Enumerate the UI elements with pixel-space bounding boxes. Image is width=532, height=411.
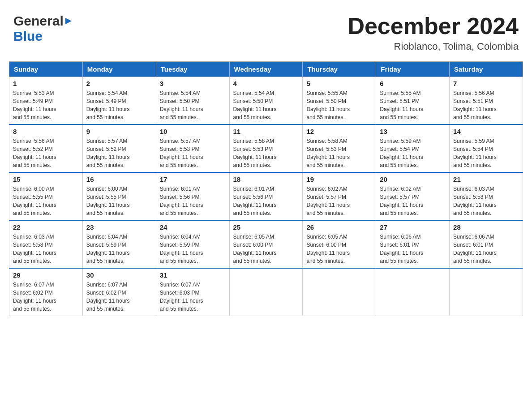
- day-number: 1: [13, 80, 79, 87]
- calendar-cell: [450, 268, 523, 316]
- calendar-cell: 28 Sunrise: 6:06 AM Sunset: 6:01 PM Dayl…: [450, 220, 523, 268]
- calendar-cell: 2 Sunrise: 5:54 AM Sunset: 5:49 PM Dayli…: [82, 77, 156, 125]
- day-info: Sunrise: 6:03 AM Sunset: 5:58 PM Dayligh…: [453, 185, 519, 217]
- calendar-week-2: 8 Sunrise: 5:56 AM Sunset: 5:52 PM Dayli…: [9, 124, 523, 172]
- calendar-cell: 27 Sunrise: 6:06 AM Sunset: 6:01 PM Dayl…: [376, 220, 450, 268]
- day-number: 5: [306, 80, 372, 87]
- day-number: 3: [160, 80, 226, 87]
- calendar-cell: 25 Sunrise: 6:05 AM Sunset: 6:00 PM Dayl…: [229, 220, 303, 268]
- header-wednesday: Wednesday: [229, 62, 303, 77]
- day-info: Sunrise: 5:59 AM Sunset: 5:54 PM Dayligh…: [453, 137, 519, 169]
- day-number: 14: [453, 128, 519, 135]
- day-number: 24: [160, 223, 226, 231]
- calendar-cell: 26 Sunrise: 6:05 AM Sunset: 6:00 PM Dayl…: [303, 220, 376, 268]
- day-number: 20: [380, 176, 446, 183]
- day-info: Sunrise: 6:00 AM Sunset: 5:55 PM Dayligh…: [86, 185, 152, 217]
- day-number: 4: [233, 80, 299, 87]
- calendar-cell: 16 Sunrise: 6:00 AM Sunset: 5:55 PM Dayl…: [82, 172, 156, 220]
- day-info: Sunrise: 6:05 AM Sunset: 6:00 PM Dayligh…: [233, 233, 299, 265]
- calendar-cell: 18 Sunrise: 6:01 AM Sunset: 5:56 PM Dayl…: [229, 172, 303, 220]
- calendar-cell: 1 Sunrise: 5:53 AM Sunset: 5:49 PM Dayli…: [9, 77, 83, 125]
- day-number: 15: [13, 176, 79, 183]
- day-info: Sunrise: 5:59 AM Sunset: 5:54 PM Dayligh…: [380, 137, 446, 169]
- logo: General Blue: [13, 13, 73, 44]
- calendar-cell: 24 Sunrise: 6:04 AM Sunset: 5:59 PM Dayl…: [156, 220, 229, 268]
- day-info: Sunrise: 6:00 AM Sunset: 5:55 PM Dayligh…: [13, 185, 79, 217]
- calendar-cell: 6 Sunrise: 5:55 AM Sunset: 5:51 PM Dayli…: [376, 77, 450, 125]
- day-number: 23: [86, 223, 152, 231]
- day-number: 18: [233, 176, 299, 183]
- calendar-cell: 7 Sunrise: 5:56 AM Sunset: 5:51 PM Dayli…: [450, 77, 523, 125]
- day-info: Sunrise: 6:01 AM Sunset: 5:56 PM Dayligh…: [233, 185, 299, 217]
- day-info: Sunrise: 6:04 AM Sunset: 5:59 PM Dayligh…: [86, 233, 152, 265]
- day-info: Sunrise: 5:57 AM Sunset: 5:53 PM Dayligh…: [160, 137, 226, 169]
- header-friday: Friday: [376, 62, 450, 77]
- day-info: Sunrise: 6:07 AM Sunset: 6:03 PM Dayligh…: [160, 281, 226, 313]
- day-info: Sunrise: 6:06 AM Sunset: 6:01 PM Dayligh…: [453, 233, 519, 265]
- day-info: Sunrise: 6:04 AM Sunset: 5:59 PM Dayligh…: [160, 233, 226, 265]
- calendar-cell: 23 Sunrise: 6:04 AM Sunset: 5:59 PM Dayl…: [82, 220, 156, 268]
- day-info: Sunrise: 5:54 AM Sunset: 5:49 PM Dayligh…: [86, 89, 152, 121]
- day-number: 6: [380, 80, 446, 87]
- calendar-cell: 20 Sunrise: 6:02 AM Sunset: 5:57 PM Dayl…: [376, 172, 450, 220]
- page-header: General Blue December 2024 Rioblanco, To…: [9, 9, 523, 52]
- day-number: 26: [306, 223, 372, 231]
- calendar-cell: 11 Sunrise: 5:58 AM Sunset: 5:53 PM Dayl…: [229, 124, 303, 172]
- day-info: Sunrise: 5:55 AM Sunset: 5:51 PM Dayligh…: [380, 89, 446, 121]
- calendar-table: Sunday Monday Tuesday Wednesday Thursday…: [9, 61, 523, 316]
- calendar-title: December 2024: [348, 13, 519, 39]
- day-number: 11: [233, 128, 299, 135]
- calendar-cell: 3 Sunrise: 5:54 AM Sunset: 5:50 PM Dayli…: [156, 77, 229, 125]
- calendar-cell: 13 Sunrise: 5:59 AM Sunset: 5:54 PM Dayl…: [376, 124, 450, 172]
- calendar-cell: 22 Sunrise: 6:03 AM Sunset: 5:58 PM Dayl…: [9, 220, 83, 268]
- day-info: Sunrise: 5:56 AM Sunset: 5:52 PM Dayligh…: [13, 137, 79, 169]
- day-info: Sunrise: 5:54 AM Sunset: 5:50 PM Dayligh…: [233, 89, 299, 121]
- day-info: Sunrise: 5:58 AM Sunset: 5:53 PM Dayligh…: [306, 137, 372, 169]
- day-number: 29: [13, 271, 79, 279]
- day-info: Sunrise: 6:03 AM Sunset: 5:58 PM Dayligh…: [13, 233, 79, 265]
- calendar-cell: 21 Sunrise: 6:03 AM Sunset: 5:58 PM Dayl…: [450, 172, 523, 220]
- header-monday: Monday: [82, 62, 156, 77]
- calendar-cell: 30 Sunrise: 6:07 AM Sunset: 6:02 PM Dayl…: [82, 268, 156, 316]
- calendar-cell: 9 Sunrise: 5:57 AM Sunset: 5:52 PM Dayli…: [82, 124, 156, 172]
- day-number: 27: [380, 223, 446, 231]
- day-number: 31: [160, 271, 226, 279]
- calendar-cell: 29 Sunrise: 6:07 AM Sunset: 6:02 PM Dayl…: [9, 268, 83, 316]
- day-info: Sunrise: 5:57 AM Sunset: 5:52 PM Dayligh…: [86, 137, 152, 169]
- calendar-cell: 17 Sunrise: 6:01 AM Sunset: 5:56 PM Dayl…: [156, 172, 229, 220]
- day-number: 25: [233, 223, 299, 231]
- day-info: Sunrise: 6:06 AM Sunset: 6:01 PM Dayligh…: [380, 233, 446, 265]
- calendar-cell: 10 Sunrise: 5:57 AM Sunset: 5:53 PM Dayl…: [156, 124, 229, 172]
- svg-marker-0: [65, 18, 72, 24]
- day-info: Sunrise: 6:02 AM Sunset: 5:57 PM Dayligh…: [306, 185, 372, 217]
- calendar-cell: [303, 268, 376, 316]
- calendar-location: Rioblanco, Tolima, Colombia: [348, 41, 519, 52]
- day-info: Sunrise: 6:05 AM Sunset: 6:00 PM Dayligh…: [306, 233, 372, 265]
- logo-blue-text: Blue: [13, 29, 43, 43]
- calendar-cell: 5 Sunrise: 5:55 AM Sunset: 5:50 PM Dayli…: [303, 77, 376, 125]
- calendar-cell: 8 Sunrise: 5:56 AM Sunset: 5:52 PM Dayli…: [9, 124, 83, 172]
- header-saturday: Saturday: [450, 62, 523, 77]
- day-number: 7: [453, 80, 519, 87]
- day-info: Sunrise: 5:58 AM Sunset: 5:53 PM Dayligh…: [233, 137, 299, 169]
- day-number: 10: [160, 128, 226, 135]
- calendar-week-1: 1 Sunrise: 5:53 AM Sunset: 5:49 PM Dayli…: [9, 77, 523, 125]
- calendar-cell: [229, 268, 303, 316]
- day-number: 30: [86, 271, 152, 279]
- day-info: Sunrise: 5:55 AM Sunset: 5:50 PM Dayligh…: [306, 89, 372, 121]
- day-info: Sunrise: 6:07 AM Sunset: 6:02 PM Dayligh…: [13, 281, 79, 313]
- day-number: 19: [306, 176, 372, 183]
- header-tuesday: Tuesday: [156, 62, 229, 77]
- calendar-week-3: 15 Sunrise: 6:00 AM Sunset: 5:55 PM Dayl…: [9, 172, 523, 220]
- header-thursday: Thursday: [303, 62, 376, 77]
- calendar-cell: 14 Sunrise: 5:59 AM Sunset: 5:54 PM Dayl…: [450, 124, 523, 172]
- calendar-week-4: 22 Sunrise: 6:03 AM Sunset: 5:58 PM Dayl…: [9, 220, 523, 268]
- day-info: Sunrise: 6:07 AM Sunset: 6:02 PM Dayligh…: [86, 281, 152, 313]
- day-info: Sunrise: 5:54 AM Sunset: 5:50 PM Dayligh…: [160, 89, 226, 121]
- calendar-cell: [376, 268, 450, 316]
- title-block: December 2024 Rioblanco, Tolima, Colombi…: [348, 13, 519, 52]
- calendar-header-row: Sunday Monday Tuesday Wednesday Thursday…: [9, 62, 523, 77]
- day-info: Sunrise: 6:02 AM Sunset: 5:57 PM Dayligh…: [380, 185, 446, 217]
- day-number: 17: [160, 176, 226, 183]
- day-number: 21: [453, 176, 519, 183]
